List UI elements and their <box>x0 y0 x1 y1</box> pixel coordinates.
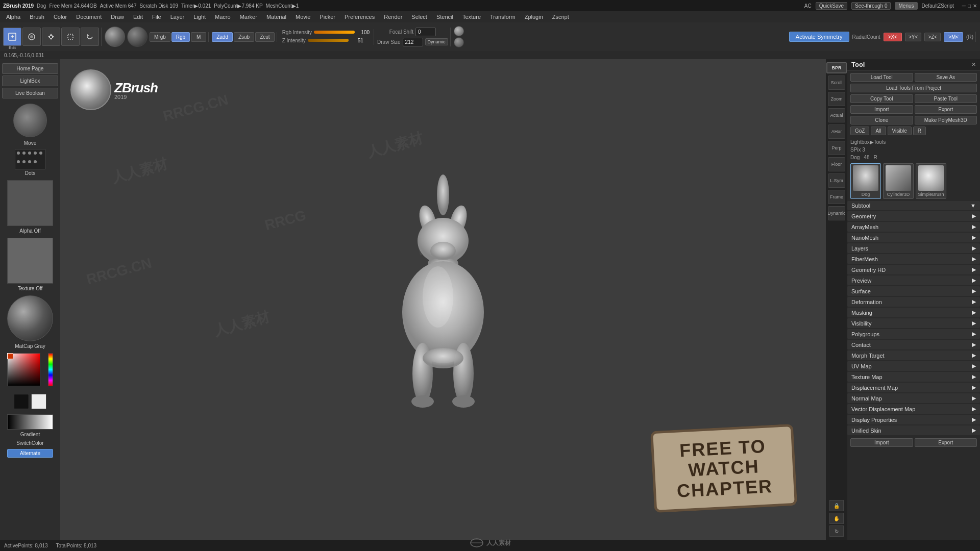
lsym-icon[interactable]: L.Sym <box>828 173 845 188</box>
menu-texture[interactable]: Texture <box>458 13 485 21</box>
m-button[interactable]: M <box>191 32 206 42</box>
contact-section-header[interactable]: Contact ▶ <box>847 340 980 349</box>
geometry-section-header[interactable]: Geometry ▶ <box>847 211 980 221</box>
menu-file[interactable]: File <box>148 13 165 21</box>
move-button[interactable] <box>42 28 60 46</box>
close-icon[interactable]: ✕ <box>973 3 977 9</box>
import2-button[interactable]: Import <box>850 438 913 447</box>
polygroups-section-header[interactable]: Polygroups ▶ <box>847 329 980 339</box>
clone-button[interactable]: Clone <box>850 116 913 124</box>
dynamic2-icon[interactable]: Dynamic <box>828 206 845 220</box>
load-from-project-button[interactable]: Load Tools From Project <box>850 84 977 92</box>
dynamic-button[interactable]: Dynamic <box>425 38 448 45</box>
all-button[interactable]: All <box>871 127 886 135</box>
displacement-map-section-header[interactable]: Displacement Map ▶ <box>847 383 980 392</box>
nanomesh-section-header[interactable]: NanoMesh ▶ <box>847 233 980 242</box>
menus-button[interactable]: Menus <box>895 2 917 10</box>
subtool-section-header[interactable]: Subtool ▼ <box>847 201 980 210</box>
white-swatch[interactable] <box>31 394 46 409</box>
scale-button[interactable] <box>61 28 80 46</box>
ahar-icon[interactable]: AHar <box>828 124 845 139</box>
live-boolean-button[interactable]: Live Boolean <box>2 88 58 98</box>
zcut-button[interactable]: Zcut <box>255 32 274 42</box>
menu-zscript[interactable]: Zscript <box>548 13 573 21</box>
menu-brush[interactable]: Brush <box>26 13 48 21</box>
arraymesh-section-header[interactable]: ArrayMesh ▶ <box>847 222 980 232</box>
brush-preview[interactable] <box>13 104 47 137</box>
visibility-section-header[interactable]: Visibility ▶ <box>847 318 980 328</box>
dots-preview[interactable] <box>15 149 45 169</box>
simplebrush-thumb[interactable]: SimpleBrush <box>916 163 946 199</box>
floor-icon[interactable]: Floor <box>828 157 845 171</box>
rgb-button[interactable]: Rgb <box>172 32 190 42</box>
lightbox-button[interactable]: LightBox <box>2 76 58 86</box>
lock-icon[interactable]: 🔒 <box>829 500 844 511</box>
menu-color[interactable]: Color <box>50 13 71 21</box>
z-axis-button[interactable]: >Z< <box>924 33 941 41</box>
morph-target-section-header[interactable]: Morph Target ▶ <box>847 350 980 360</box>
menu-render[interactable]: Render <box>380 13 406 21</box>
dog-thumb[interactable]: Dog <box>850 163 881 199</box>
r-button[interactable]: R <box>913 127 926 135</box>
uv-map-section-header[interactable]: UV Map ▶ <box>847 361 980 371</box>
export2-button[interactable]: Export <box>915 438 977 447</box>
normal-map-section-header[interactable]: Normal Map ▶ <box>847 393 980 403</box>
menu-select[interactable]: Select <box>407 13 431 21</box>
hand-icon[interactable]: ✋ <box>829 513 844 524</box>
home-page-button[interactable]: Home Page <box>2 63 58 74</box>
actual-icon[interactable]: Actual <box>828 108 845 122</box>
texture-map-section-header[interactable]: Texture Map ▶ <box>847 372 980 382</box>
layers-section-header[interactable]: Layers ▶ <box>847 243 980 253</box>
fibermesh-section-header[interactable]: FiberMesh ▶ <box>847 254 980 264</box>
vector-displacement-map-section-header[interactable]: Vector Displacement Map ▶ <box>847 404 980 414</box>
unified-skin-section-header[interactable]: Unified Skin ▶ <box>847 425 980 435</box>
y-axis-button[interactable]: >Y< <box>905 33 921 41</box>
edit-button[interactable]: Edit <box>3 28 21 46</box>
color-gradient-picker[interactable] <box>7 353 53 389</box>
cylinder3d-thumb[interactable]: Cylinder3D <box>883 163 914 199</box>
bpr-button[interactable]: BPR <box>826 62 847 73</box>
visible-button[interactable]: Visible <box>888 127 912 135</box>
geometry-hd-section-header[interactable]: Geometry HD ▶ <box>847 265 980 274</box>
make-polymesh3d-button[interactable]: Make PolyMesh3D <box>915 116 977 124</box>
paste-tool-button[interactable]: Paste Tool <box>915 94 977 103</box>
zadd-button[interactable]: Zadd <box>212 32 233 42</box>
frame-icon[interactable]: Frame <box>828 190 845 204</box>
import-button[interactable]: Import <box>850 105 913 114</box>
menu-transform[interactable]: Transform <box>486 13 520 21</box>
draw-size-input[interactable] <box>403 38 423 46</box>
menu-zplugin[interactable]: Zplugin <box>521 13 547 21</box>
brush-sphere-icon[interactable] <box>105 27 125 47</box>
zsub-button[interactable]: Zsub <box>234 32 254 42</box>
mrgb-button[interactable]: Mrgb <box>150 32 170 42</box>
rgb-intensity-slider[interactable] <box>314 31 355 34</box>
menu-preferences[interactable]: Preferences <box>340 13 379 21</box>
black-swatch[interactable] <box>14 394 29 409</box>
menu-macro[interactable]: Macro <box>211 13 235 21</box>
goz-button[interactable]: GoZ <box>850 127 869 135</box>
refresh-icon[interactable]: ↻ <box>829 525 844 537</box>
quicksave-button[interactable]: QuickSave <box>816 2 847 10</box>
menu-layer[interactable]: Layer <box>166 13 189 21</box>
load-tool-button[interactable]: Load Tool <box>850 73 913 82</box>
draw-sphere-icon[interactable] <box>454 37 464 47</box>
alpha-preview[interactable] <box>7 180 53 226</box>
m-axis-button[interactable]: >M< <box>944 32 963 42</box>
focal-sphere-icon[interactable] <box>454 26 464 36</box>
z-intensity-slider[interactable] <box>308 39 349 42</box>
alternate-button[interactable]: Alternate <box>7 449 53 458</box>
display-properties-section-header[interactable]: Display Properties ▶ <box>847 415 980 424</box>
minimize-icon[interactable]: ─ <box>962 3 966 9</box>
maximize-icon[interactable]: □ <box>968 3 971 9</box>
x-axis-button[interactable]: >X< <box>884 33 902 41</box>
focal-shift-input[interactable] <box>415 28 436 36</box>
export-button[interactable]: Export <box>915 105 977 114</box>
deformation-section-header[interactable]: Deformation ▶ <box>847 297 980 307</box>
see-through-button[interactable]: See-through 0 <box>851 2 891 10</box>
menu-stencil[interactable]: Stencil <box>432 13 457 21</box>
gradient-preview[interactable] <box>7 414 53 430</box>
texture-preview[interactable] <box>7 238 53 284</box>
menu-alpha[interactable]: Alpha <box>2 13 24 21</box>
preview-section-header[interactable]: Preview ▶ <box>847 276 980 285</box>
copy-tool-button[interactable]: Copy Tool <box>850 94 913 103</box>
